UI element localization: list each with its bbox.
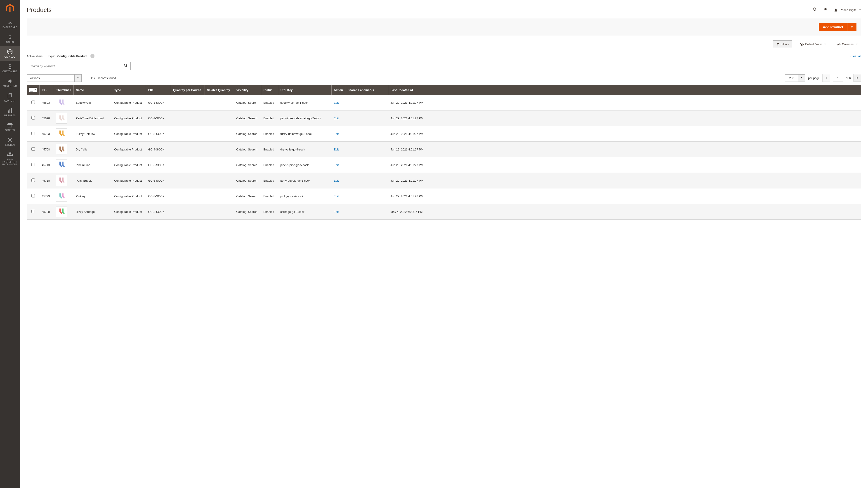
product-thumbnail[interactable] (56, 175, 67, 186)
cell-sku: GC-5-SOCK (146, 157, 170, 173)
table-row[interactable]: 45728Dizzy ScreegoConfigurable ProductGC… (27, 204, 861, 220)
edit-link[interactable]: Edit (334, 179, 339, 182)
cell-type: Configurable Product (112, 157, 146, 173)
edit-link[interactable]: Edit (334, 117, 339, 120)
sidebar-item-catalog[interactable]: CATALOG (0, 46, 20, 61)
sidebar-item-find-partners-extensions[interactable]: FIND PARTNERS & EXTENSIONS (0, 149, 20, 168)
cell-sku: GC-7-SOCK (146, 188, 170, 204)
prev-page-button[interactable] (822, 74, 830, 82)
column-thumbnail[interactable]: Thumbnail (54, 85, 73, 95)
sidebar-item-stores[interactable]: STORES (0, 120, 20, 134)
edit-link[interactable]: Edit (334, 210, 339, 214)
sidebar-item-customers[interactable]: CUSTOMERS (0, 61, 20, 75)
search-icon[interactable] (813, 7, 817, 13)
row-checkbox[interactable] (31, 101, 35, 104)
table-row[interactable]: 45708Dry YellsConfigurable ProductGC-4-S… (27, 142, 861, 157)
table-row[interactable]: 45693Spooky GirlConfigurable ProductGC-1… (27, 95, 861, 110)
row-checkbox[interactable] (31, 178, 35, 182)
sidebar-item-system[interactable]: SYSTEM (0, 134, 20, 149)
active-filters-label: Active filters: (27, 55, 43, 58)
column-salable-qty[interactable]: Salable Quantity (205, 85, 234, 95)
column-type[interactable]: Type (112, 85, 146, 95)
column-name[interactable]: Name (73, 85, 112, 95)
row-checkbox[interactable] (31, 194, 35, 197)
column-url-key[interactable]: URL Key (278, 85, 331, 95)
table-row[interactable]: 45718Petty BubbleConfigurable ProductGC-… (27, 173, 861, 188)
cell-id: 45718 (39, 173, 54, 188)
search-input[interactable] (27, 62, 121, 70)
product-thumbnail[interactable] (56, 206, 67, 217)
clear-all-filters[interactable]: Clear all (850, 55, 861, 58)
svg-rect-26 (62, 162, 64, 162)
svg-rect-27 (59, 177, 61, 178)
user-icon (834, 8, 838, 12)
current-page-input[interactable] (833, 74, 843, 82)
sidebar-item-dashboard[interactable]: DASHBOARD (0, 17, 20, 31)
sidebar-item-sales[interactable]: $SALES (0, 31, 20, 46)
funnel-icon (776, 43, 779, 46)
column-visibility[interactable]: Visibility (234, 85, 261, 95)
column-search-landmarks[interactable]: Search Landmarks (345, 85, 388, 95)
remove-filter-icon[interactable]: ✕ (90, 54, 94, 58)
gear-icon (837, 42, 841, 46)
cell-type: Configurable Product (112, 110, 146, 126)
partners-icon (7, 152, 13, 158)
user-name: Reach Digital (840, 8, 857, 12)
table-row[interactable]: 45723Pinky-yConfigurable ProductGC-7-SOC… (27, 188, 861, 204)
sidebar-item-marketing[interactable]: MARKETING (0, 75, 20, 90)
edit-link[interactable]: Edit (334, 148, 339, 151)
cell-qty-per-source (170, 126, 205, 142)
edit-link[interactable]: Edit (334, 163, 339, 167)
row-checkbox[interactable] (31, 116, 35, 120)
magento-logo[interactable] (0, 0, 20, 17)
user-menu[interactable]: Reach Digital ▼ (834, 8, 861, 12)
row-checkbox[interactable] (31, 210, 35, 213)
product-thumbnail[interactable] (56, 128, 67, 139)
add-product-dropdown-toggle[interactable]: ▼ (847, 23, 857, 31)
column-action[interactable]: Action (331, 85, 345, 95)
columns-button[interactable]: Columns ▼ (834, 41, 861, 48)
edit-link[interactable]: Edit (334, 101, 339, 104)
search-submit-icon[interactable] (121, 64, 130, 69)
filters-button[interactable]: Filters (773, 40, 792, 48)
default-view-button[interactable]: Default View ▼ (797, 41, 829, 48)
cell-status: Enabled (261, 110, 278, 126)
cell-url-key: fuzzy-unibrow-gc-3-sock (278, 126, 331, 142)
column-status[interactable]: Status (261, 85, 278, 95)
svg-point-14 (838, 44, 839, 45)
active-filters: Active filters: Type: Configurable Produ… (27, 51, 861, 61)
svg-rect-18 (62, 99, 64, 100)
row-checkbox[interactable] (31, 163, 35, 166)
cell-id: 45728 (39, 204, 54, 220)
per-page-dropdown[interactable]: 200 ▼ (785, 74, 805, 82)
select-all-checkbox[interactable] (30, 88, 33, 92)
edit-link[interactable]: Edit (334, 132, 339, 135)
table-row[interactable]: 45713Pine'n'PineConfigurable ProductGC-5… (27, 157, 861, 173)
column-last-updated[interactable]: Last Updated At (388, 85, 861, 95)
product-thumbnail[interactable] (56, 97, 67, 108)
column-qty-per-source[interactable]: Quantity per Source (170, 85, 205, 95)
add-product-button[interactable]: Add Product (819, 23, 847, 31)
eye-icon (800, 43, 804, 46)
next-page-button[interactable] (854, 74, 861, 82)
column-select[interactable]: ▼ (27, 85, 39, 95)
table-row[interactable]: 45698Part-Time BridesmaidConfigurable Pr… (27, 110, 861, 126)
row-checkbox[interactable] (31, 147, 35, 151)
product-thumbnail[interactable] (56, 160, 67, 170)
cell-salable-qty (205, 173, 234, 188)
product-thumbnail[interactable] (56, 113, 67, 124)
table-row[interactable]: 45703Fuzzy UnibrowConfigurable ProductGC… (27, 126, 861, 142)
notifications-icon[interactable] (824, 7, 828, 13)
column-sku[interactable]: SKU (146, 85, 170, 95)
sidebar-item-content[interactable]: CONTENT (0, 90, 20, 105)
cell-url-key: spooky-girl-gc-1-sock (278, 95, 331, 110)
sidebar-item-reports[interactable]: REPORTS (0, 105, 20, 120)
edit-link[interactable]: Edit (334, 195, 339, 198)
svg-rect-23 (59, 146, 61, 147)
row-checkbox[interactable] (31, 132, 35, 135)
cell-status: Enabled (261, 142, 278, 157)
bulk-actions-dropdown[interactable]: Actions ▼ (27, 74, 82, 82)
product-thumbnail[interactable] (56, 144, 67, 155)
column-id[interactable]: ID↓ (39, 85, 54, 95)
product-thumbnail[interactable] (56, 191, 67, 201)
